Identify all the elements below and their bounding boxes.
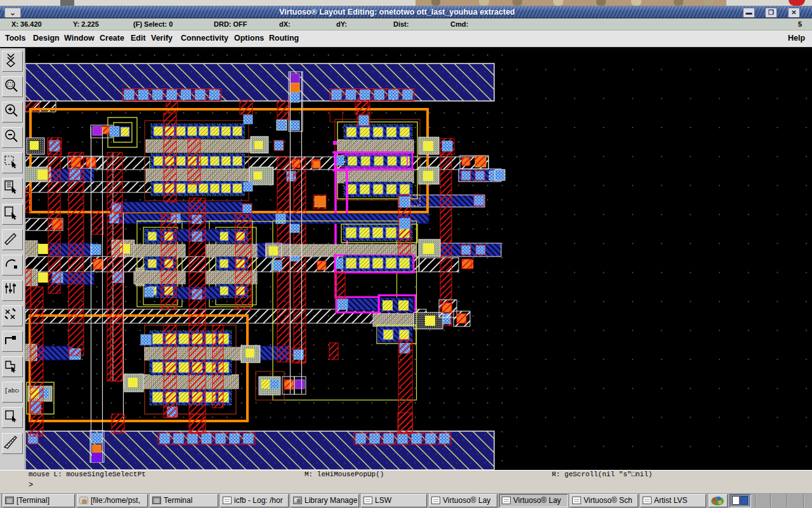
svg-text:[abcd]: [abcd] bbox=[4, 388, 19, 394]
